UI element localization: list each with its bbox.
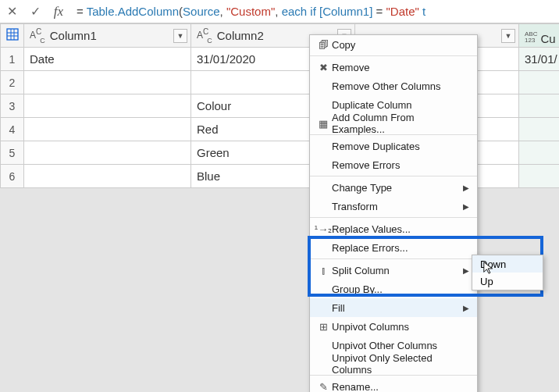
menu-fill-down[interactable]: Down [472,255,543,273]
menu-transform[interactable]: Transform ▶ [310,197,477,216]
cell-column1[interactable]: Date [24,48,191,71]
unpivot-icon: ⊞ [315,321,332,333]
column-header-column1[interactable]: ACC Column1 ▼ [24,24,191,48]
chevron-right-icon: ▶ [463,304,469,312]
table-icon: ▦ [315,118,332,130]
column-name: Cu [540,32,555,45]
any-type-icon: ABC123 [525,31,537,44]
menu-copy[interactable]: 🗐 Copy [310,35,477,54]
table-icon [6,30,19,43]
menu-fill[interactable]: Fill ▶ [310,298,477,317]
column-filter-dropdown[interactable]: ▼ [501,29,515,43]
row-number[interactable]: 6 [1,165,24,188]
cell-column1[interactable] [24,94,191,118]
cell-custom[interactable]: 31/01/ [519,48,560,71]
column-filter-dropdown[interactable]: ▼ [173,29,187,43]
cell-column1[interactable] [24,118,191,141]
cell-custom[interactable] [519,165,560,188]
menu-rename[interactable]: ✎ Rename... [310,377,477,392]
column-context-menu: 🗐 Copy ✖ Remove Remove Other Columns Dup… [309,34,478,392]
menu-add-column-examples[interactable]: ▦ Add Column From Examples... [310,114,477,133]
column-header-custom[interactable]: ABC123 Cu [519,24,560,48]
text-type-icon: ACC [197,27,214,42]
fill-submenu: Down Up [472,255,543,290]
row-number[interactable]: 1 [1,48,24,71]
table-corner-cell[interactable] [1,24,24,48]
chevron-right-icon: ▶ [463,202,469,211]
cell-custom[interactable] [519,71,560,94]
menu-remove-other-columns[interactable]: Remove Other Columns [310,77,477,95]
cell-custom[interactable] [519,118,560,141]
cell-custom[interactable] [519,141,560,165]
copy-icon: 🗐 [315,39,332,51]
menu-change-type[interactable]: Change Type ▶ [310,178,477,197]
chevron-right-icon: ▶ [463,184,469,192]
menu-group-by[interactable]: Group By... [310,280,477,298]
split-icon: ⫿ [315,265,332,276]
menu-unpivot-only-selected[interactable]: Unpivot Only Selected Columns [310,355,477,373]
chevron-right-icon: ▶ [463,266,469,275]
formula-cancel-button[interactable]: ✕ [0,0,23,23]
menu-replace-errors[interactable]: Replace Errors... [310,238,477,257]
menu-fill-up[interactable]: Up [472,273,543,290]
formula-input[interactable]: = Table.AddColumn(Source, "Custom", each… [70,5,559,19]
menu-split-column[interactable]: ⫿ Split Column ▶ [310,261,477,280]
column-name: Column1 [50,29,97,42]
cell-column1[interactable] [24,165,191,188]
row-number[interactable]: 4 [1,118,24,141]
menu-remove[interactable]: ✖ Remove [310,58,477,77]
row-number[interactable]: 2 [1,71,24,94]
cell-column1[interactable] [24,71,191,94]
menu-unpivot-columns[interactable]: ⊞ Unpivot Columns [310,317,477,336]
column-name: Column2 [217,29,264,42]
remove-icon: ✖ [315,62,332,73]
menu-replace-values[interactable]: ¹→₂ Replace Values... [310,219,477,238]
menu-remove-errors[interactable]: Remove Errors [310,155,477,174]
replace-icon: ¹→₂ [315,223,332,235]
row-number[interactable]: 3 [1,94,24,118]
fx-icon[interactable]: fx [47,0,70,23]
text-type-icon: ACC [30,27,47,42]
menu-remove-duplicates[interactable]: Remove Duplicates [310,137,477,155]
cell-custom[interactable] [519,94,560,118]
cell-column1[interactable] [24,141,191,165]
formula-accept-button[interactable]: ✓ [23,0,47,23]
formula-bar: ✕ ✓ fx = Table.AddColumn(Source, "Custom… [0,0,559,23]
rename-icon: ✎ [315,381,332,393]
svg-rect-0 [7,29,18,40]
row-number[interactable]: 5 [1,141,24,165]
